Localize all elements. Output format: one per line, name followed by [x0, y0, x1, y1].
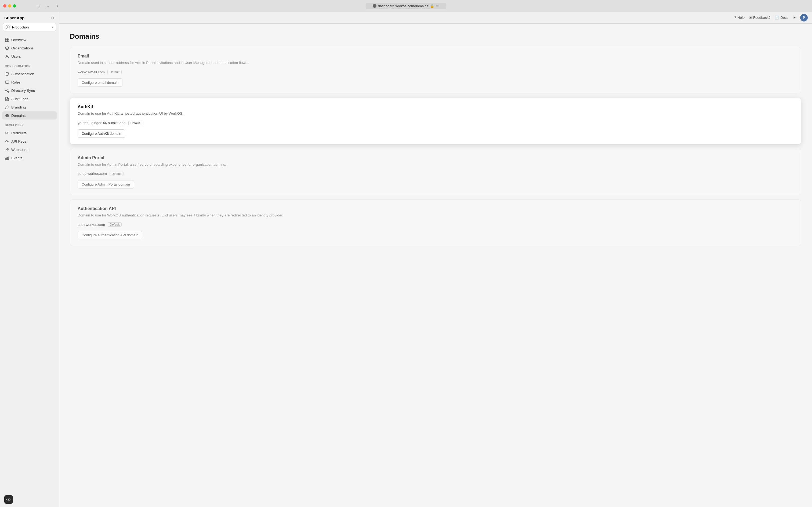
code-icon[interactable]: </>: [4, 495, 13, 504]
grid-icon: [5, 38, 9, 42]
link-icon: [5, 148, 9, 152]
svg-rect-2: [5, 40, 7, 42]
admin-portal-card-title: Admin Portal: [77, 156, 794, 160]
sidebar-item-roles[interactable]: Roles: [2, 78, 57, 86]
sidebar-main-nav: Overview Organizations Users: [0, 35, 59, 62]
sidebar-item-directory-sync[interactable]: Directory Sync: [2, 87, 57, 95]
chevron-down-icon: ▾: [52, 25, 53, 29]
more-icon: •••: [436, 4, 440, 8]
key-icon: [5, 131, 9, 135]
sidebar-item-audit-logs[interactable]: Audit Logs: [2, 95, 57, 103]
svg-point-11: [5, 140, 7, 142]
settings-icon[interactable]: ⚙: [51, 16, 55, 20]
feedback-label: Feedback?: [753, 15, 770, 19]
sidebar-item-audit-logs-label: Audit Logs: [11, 97, 28, 101]
sidebar-item-directory-sync-label: Directory Sync: [11, 89, 35, 93]
url-bar-container: dashboard.workos.com/domains 🔒 •••: [366, 3, 446, 9]
minimize-button[interactable]: [8, 4, 11, 7]
maximize-button[interactable]: [13, 4, 16, 7]
sidebar-item-redirects[interactable]: Redirects: [2, 129, 57, 137]
sidebar-item-authentication[interactable]: Authentication: [2, 70, 57, 78]
environment-selector[interactable]: Production ▾: [3, 23, 56, 32]
admin-portal-domain-value: setup.workos.com: [77, 172, 107, 176]
theme-toggle[interactable]: ☀: [793, 15, 796, 19]
help-icon: ?: [734, 15, 736, 19]
svg-point-4: [6, 55, 8, 56]
close-button[interactable]: [3, 4, 6, 7]
developer-section-label: DEVELOPER: [0, 121, 59, 128]
share-icon: [5, 88, 9, 93]
email-domain-row: workos-mail.com Default: [77, 70, 794, 74]
content: Domains Email Domain used in sender addr…: [59, 23, 812, 507]
sidebar-toggle-button[interactable]: ⊞: [35, 3, 42, 9]
svg-point-8: [8, 91, 9, 92]
sidebar-item-events-label: Events: [11, 156, 22, 160]
docs-label: Docs: [780, 15, 789, 19]
sun-icon: ☀: [793, 15, 796, 19]
url-bar[interactable]: dashboard.workos.com/domains 🔒 •••: [366, 3, 446, 9]
globe-nav-icon: [5, 113, 9, 118]
authkit-domain-value: youthful-ginger-44.authkit.app: [77, 121, 126, 125]
sidebar-item-users[interactable]: Users: [2, 52, 57, 60]
feedback-link[interactable]: ✉ Feedback?: [749, 15, 770, 19]
help-link[interactable]: ? Help: [734, 15, 745, 19]
key2-icon: [5, 139, 9, 144]
configure-admin-portal-button[interactable]: Configure Admin Portal domain: [77, 180, 134, 188]
sidebar-item-organizations[interactable]: Organizations: [2, 44, 57, 52]
auth-api-domain-value: auth.workos.com: [77, 223, 105, 227]
authkit-card: AuthKit Domain to use for AuthKit, a hos…: [70, 98, 801, 144]
auth-api-card: Authentication API Domain to use for Wor…: [70, 200, 801, 246]
url-text: dashboard.workos.com/domains: [378, 4, 428, 8]
configure-email-button[interactable]: Configure email domain: [77, 78, 122, 87]
globe-icon: [6, 25, 10, 29]
svg-point-10: [5, 132, 7, 134]
admin-portal-card: Admin Portal Domain to use for Admin Por…: [70, 149, 801, 195]
user-icon: [5, 54, 9, 59]
email-card: Email Domain used in sender address for …: [70, 47, 801, 94]
sidebar-item-overview[interactable]: Overview: [2, 36, 57, 44]
auth-api-default-badge: Default: [108, 222, 122, 227]
sidebar-item-branding[interactable]: Branding: [2, 103, 57, 111]
svg-rect-3: [7, 40, 9, 42]
environment-label: Production: [12, 25, 49, 29]
file-icon: [5, 97, 9, 101]
authkit-card-desc: Domain to use for AuthKit, a hosted auth…: [77, 111, 794, 116]
email-domain-value: workos-mail.com: [77, 70, 105, 74]
svg-rect-14: [8, 157, 9, 159]
docs-icon: 📄: [775, 15, 779, 19]
page-title: Domains: [70, 32, 801, 41]
sidebar-item-events[interactable]: Events: [2, 154, 57, 162]
svg-rect-13: [7, 157, 7, 160]
sidebar-item-api-keys[interactable]: API Keys: [2, 137, 57, 145]
configure-auth-api-button[interactable]: Configure authentication API domain: [77, 231, 142, 239]
sidebar-item-authentication-label: Authentication: [11, 72, 35, 76]
sidebar-item-redirects-label: Redirects: [11, 131, 26, 135]
auth-api-domain-row: auth.workos.com Default: [77, 222, 794, 227]
docs-link[interactable]: 📄 Docs: [775, 15, 789, 19]
auth-api-card-desc: Domain to use for WorkOS authentication …: [77, 213, 794, 218]
svg-rect-1: [7, 38, 9, 40]
sidebar-item-webhooks[interactable]: Webhooks: [2, 146, 57, 154]
authkit-domain-row: youthful-ginger-44.authkit.app Default: [77, 121, 794, 125]
back-button[interactable]: ‹: [54, 3, 61, 9]
svg-rect-5: [5, 80, 9, 83]
avatar[interactable]: P: [800, 14, 808, 21]
admin-portal-default-badge: Default: [110, 172, 123, 176]
config-section-label: CONFIGURATION: [0, 62, 59, 69]
svg-rect-0: [5, 38, 7, 40]
feedback-icon: ✉: [749, 15, 752, 19]
brush-icon: [5, 105, 9, 109]
chevron-button[interactable]: ⌄: [44, 3, 52, 9]
sidebar-item-webhooks-label: Webhooks: [11, 148, 28, 152]
email-default-badge: Default: [107, 70, 121, 74]
admin-portal-domain-row: setup.workos.com Default: [77, 172, 794, 176]
titlebar: ⊞ ⌄ ‹ dashboard.workos.com/domains 🔒 •••: [0, 0, 812, 12]
auth-api-card-title: Authentication API: [77, 206, 794, 211]
app: Super App ⚙ Production ▾ Overview: [0, 12, 812, 507]
sidebar-item-api-keys-label: API Keys: [11, 139, 26, 144]
layers-icon: [5, 46, 9, 50]
configure-authkit-button[interactable]: Configure AuthKit domain: [77, 129, 125, 138]
authkit-card-title: AuthKit: [77, 105, 794, 109]
traffic-lights: [3, 4, 16, 7]
sidebar-item-domains[interactable]: Domains: [2, 111, 57, 119]
